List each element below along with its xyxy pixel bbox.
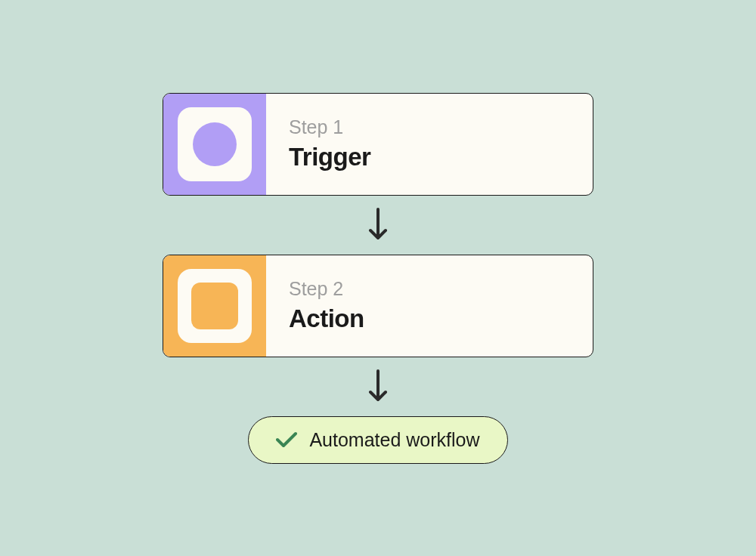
- action-icon-container: [163, 255, 266, 357]
- trigger-step-card: Step 1 Trigger: [163, 93, 593, 196]
- action-step-content: Step 2 Action: [266, 255, 387, 357]
- icon-frame: [178, 107, 252, 181]
- icon-frame: [178, 269, 252, 343]
- trigger-step-content: Step 1 Trigger: [266, 94, 393, 195]
- arrow-down-icon: [367, 369, 389, 404]
- result-label: Automated workflow: [309, 429, 479, 451]
- arrow-down-icon: [367, 208, 389, 242]
- workflow-diagram: Step 1 Trigger Step 2 Action: [163, 93, 593, 464]
- step-label: Step 1: [289, 116, 370, 138]
- result-pill: Automated workflow: [248, 416, 507, 464]
- step-title: Action: [289, 304, 364, 333]
- trigger-icon-container: [163, 94, 266, 195]
- square-icon: [191, 283, 238, 329]
- checkmark-icon: [276, 431, 297, 448]
- action-step-card: Step 2 Action: [163, 255, 593, 357]
- circle-icon: [193, 122, 237, 166]
- step-label: Step 2: [289, 278, 364, 300]
- step-title: Trigger: [289, 143, 370, 171]
